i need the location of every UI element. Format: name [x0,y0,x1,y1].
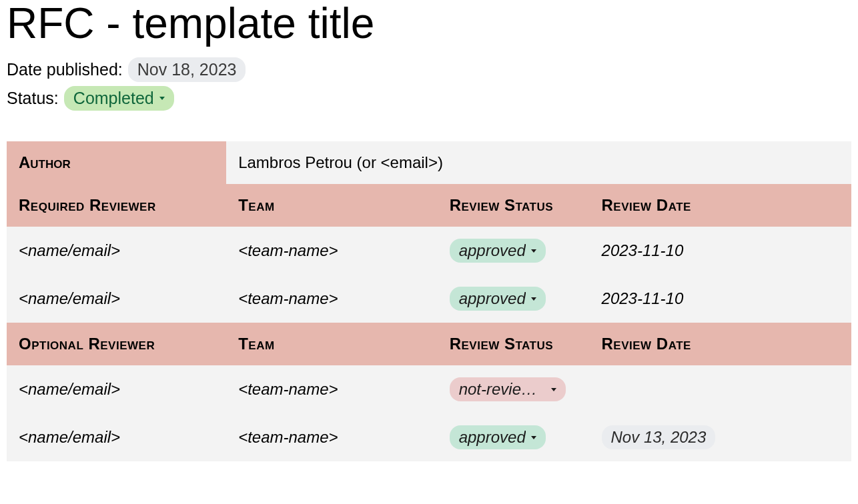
page-title: RFC - template title [7,0,851,47]
chevron-down-icon [531,436,536,439]
reviewer-team: <team-name> [226,413,438,461]
review-status-cell: not-reviewed [438,365,590,413]
table-row: <name/email><team-name>approved2023-11-1… [7,275,851,323]
review-status-cell: approved [438,227,590,275]
review-status-dropdown[interactable]: not-reviewed [450,377,566,401]
review-date: 2023-11-10 [590,275,851,323]
reviewer-name: <name/email> [7,227,226,275]
review-status-dropdown[interactable]: approved [450,287,546,311]
table-row: <name/email><team-name>not-reviewed [7,365,851,413]
author-row: Author Lambros Petrou (or <email>) [7,141,851,184]
reviewer-name: <name/email> [7,365,226,413]
review-date [590,365,851,413]
reviewer-team: <team-name> [226,275,438,323]
review-date: 2023-11-10 [590,227,851,275]
review-status-dropdown[interactable]: approved [450,425,546,449]
review-date-pill: Nov 13, 2023 [602,425,716,449]
table-row: <name/email><team-name>approved2023-11-1… [7,227,851,275]
review-status-cell: approved [438,275,590,323]
review-status-value: not-reviewed [459,380,546,399]
reviewer-team: <team-name> [226,365,438,413]
rfc-table: Author Lambros Petrou (or <email>) Requi… [7,141,851,461]
table-row: <name/email><team-name>approvedNov 13, 2… [7,413,851,461]
optional-reviewer-header: Optional Reviewer Team Review Status Rev… [7,323,851,365]
required-reviewer-header: Required Reviewer Team Review Status Rev… [7,184,851,227]
author-value: Lambros Petrou (or <email>) [226,141,851,184]
review-status-dropdown[interactable]: approved [450,239,546,263]
chevron-down-icon [159,97,165,100]
status-label: Status: [7,89,59,108]
hdr-optional-reviewer: Optional Reviewer [7,323,226,365]
status-dropdown[interactable]: Completed [64,86,174,111]
date-published-label: Date published: [7,60,123,79]
review-status-value: approved [459,289,526,308]
status-value: Completed [73,89,154,108]
hdr-review-status: Review Status [438,323,590,365]
date-published-value: Nov 18, 2023 [128,57,246,82]
chevron-down-icon [531,297,536,301]
date-published-line: Date published: Nov 18, 2023 [7,57,851,82]
review-date: Nov 13, 2023 [590,413,851,461]
review-status-cell: approved [438,413,590,461]
reviewer-name: <name/email> [7,413,226,461]
chevron-down-icon [551,388,556,391]
hdr-review-date: Review Date [590,184,851,227]
review-status-value: approved [459,428,526,447]
reviewer-name: <name/email> [7,275,226,323]
author-label: Author [7,141,226,184]
hdr-review-status: Review Status [438,184,590,227]
hdr-team: Team [226,184,438,227]
chevron-down-icon [531,249,536,253]
review-status-value: approved [459,241,526,260]
hdr-required-reviewer: Required Reviewer [7,184,226,227]
reviewer-team: <team-name> [226,227,438,275]
hdr-team: Team [226,323,438,365]
hdr-review-date: Review Date [590,323,851,365]
status-line: Status: Completed [7,86,851,111]
